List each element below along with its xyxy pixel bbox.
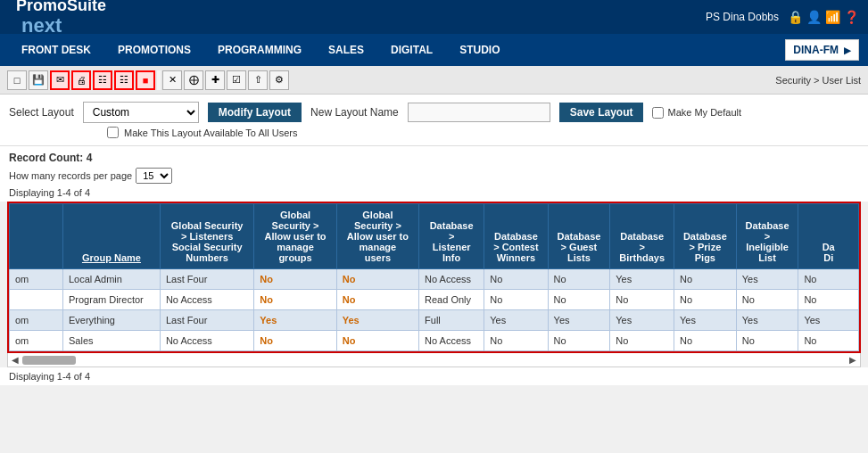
col-header-0 [10,204,63,269]
table-cell-gs_manage_users: No [336,269,418,290]
toolbar-email-icon[interactable]: ✉ [50,70,70,90]
table-cell-db_ineligible_list: Yes [736,269,798,290]
help-icon[interactable]: ❓ [844,10,859,24]
person-icon[interactable]: 👤 [806,10,822,24]
table-cell-db_ineligible_list: No [736,331,798,351]
layout-row2: Make This Layout Available To All Users [9,127,859,138]
nav-sales[interactable]: SALES [316,37,376,63]
nav-digital[interactable]: DIGITAL [378,37,445,63]
table-cell-gs_manage_groups: No [254,269,336,290]
col-header-gs-groups: GlobalSecurity >Allow user tomanagegroup… [254,204,336,269]
table-cell-db_ineligible_list: Yes [736,310,798,331]
table-cell-db_guest_lists: No [548,269,610,290]
table-cell-gs_manage_users: Yes [336,310,418,331]
table-cell-db_listener_info: Full [419,310,484,331]
table-row[interactable]: omEverythingLast FourYesYesFullYesYesYes… [10,310,859,331]
scroll-thumb[interactable] [22,356,76,365]
table-cell-db_listener_info: No Access [419,269,484,290]
scroll-left-icon[interactable]: ◀ [12,355,19,365]
nav-programming[interactable]: PROGRAMMING [205,37,314,63]
signal-icon[interactable]: 📶 [825,10,840,24]
make-default-container: Make My Default [652,107,741,119]
table-cell-db_contest_winners: No [484,331,548,351]
col-header-db-ineligible: Database>IneligibleList [736,204,798,269]
toolbar-gear-icon[interactable]: ⚙ [269,70,289,90]
new-layout-input[interactable] [408,103,550,122]
top-icons: 🔒 👤 📶 ❓ [788,10,859,24]
nav-front-desk[interactable]: FRONT DESK [9,37,103,63]
table-cell-db_contest_winners: Yes [484,310,548,331]
table-cell-gs_listeners_ssn: No Access [160,290,253,310]
toolbar-print-icon[interactable]: 🖨 [71,70,91,90]
table-cell-col0: om [10,310,63,331]
table-cell-db_prize_pigs: Yes [674,310,737,331]
logo-line1: PromoSuite [16,0,106,14]
table-row[interactable]: Program DirectorNo AccessNoNoRead OnlyNo… [10,290,859,310]
toolbar-upload-icon[interactable]: ⇧ [248,70,268,90]
layout-row1: Select Layout Custom Modify Layout New L… [9,102,859,123]
make-default-checkbox[interactable] [652,107,664,119]
table-cell-gs_manage_groups: Yes [254,310,336,331]
toolbar: □ 💾 ✉ 🖨 ☷ ☷ ■ ✕ ⨁ ✚ ☑ ⇧ ⚙ Security > Use… [0,66,868,95]
toolbar-cut-icon[interactable]: ✕ [162,70,182,90]
group-name-sort[interactable]: Group Name [82,252,141,263]
table-body: omLocal AdminLast FourNoNoNo AccessNoNoY… [10,269,859,351]
record-count: Record Count: 4 [9,152,859,164]
table-row[interactable]: omSalesNo AccessNoNoNo AccessNoNoNoNoNoN… [10,331,859,351]
nav-promotions[interactable]: PROMOTIONS [105,37,203,63]
table-header-row: Group Name Global Security> ListenersSoc… [10,204,859,269]
table-row[interactable]: omLocal AdminLast FourNoNoNo AccessNoNoY… [10,269,859,290]
table-cell-gs_manage_users: No [336,290,418,310]
station-selector[interactable]: DINA-FM ▶ [785,39,859,61]
toolbar-chart-icon[interactable]: ☷ [114,70,134,90]
table-cell-db_ineligible_list: No [736,290,798,310]
table-cell-db_guest_lists: No [548,331,610,351]
toolbar-paste-icon[interactable]: ✚ [205,70,225,90]
available-checkbox[interactable] [107,127,119,138]
station-select-button[interactable]: DINA-FM ▶ [785,39,859,61]
record-section: Record Count: 4 How many records per pag… [0,146,868,202]
lock-icon[interactable]: 🔒 [788,10,803,24]
toolbar-red-icon[interactable]: ■ [136,70,155,90]
table-cell-db_contest_winners: No [484,269,548,290]
table-cell-db_di: Yes [798,310,859,331]
toolbar-new-icon[interactable]: □ [7,70,27,90]
table-cell-gs_manage_users: No [336,331,418,351]
toolbar-icons: □ 💾 ✉ 🖨 ☷ ☷ ■ ✕ ⨁ ✚ ☑ ⇧ ⚙ [7,70,289,90]
layout-dropdown[interactable]: Custom [83,102,199,123]
table-cell-col0: om [10,331,63,351]
nav-studio[interactable]: STUDIO [447,37,512,63]
toolbar-check-icon[interactable]: ☑ [227,70,246,90]
logo-line2: next [21,15,106,37]
select-layout-label: Select Layout [9,106,74,119]
table-cell-db_di: No [798,290,859,310]
table-cell-group_name: Program Director [63,290,161,310]
table-cell-group_name: Local Admin [63,269,161,290]
toolbar-list-icon[interactable]: ☷ [93,70,112,90]
table-cell-db_birthdays: Yes [610,310,674,331]
table-cell-db_guest_lists: No [548,290,610,310]
table-cell-group_name: Everything [63,310,161,331]
layout-bar: Select Layout Custom Modify Layout New L… [0,95,868,146]
col-header-group-name[interactable]: Group Name [63,204,161,269]
modify-layout-button[interactable]: Modify Layout [208,103,302,122]
scrollbar-area[interactable]: ◀ ▶ [7,353,861,367]
breadcrumb: Security > User List [775,75,861,86]
col-header-db-di: DaDi [798,204,859,269]
col-header-gs-ssn: Global Security> ListenersSocial Securit… [160,204,253,269]
save-layout-button[interactable]: Save Layout [559,103,644,122]
top-right: PS Dina Dobbs 🔒 👤 📶 ❓ [706,10,859,24]
toolbar-separator [157,70,161,90]
scroll-right-icon[interactable]: ▶ [849,355,856,365]
table-cell-db_guest_lists: Yes [548,310,610,331]
table-cell-db_prize_pigs: No [674,331,737,351]
col-header-db-guest: Database> GuestLists [548,204,610,269]
table-cell-db_contest_winners: No [484,290,548,310]
toolbar-save-icon[interactable]: 💾 [29,70,48,90]
logo: PromoSuite next [9,0,106,37]
table-cell-db_prize_pigs: No [674,269,737,290]
station-name: DINA-FM [793,44,839,56]
per-page-select[interactable]: 15 25 50 [136,168,172,184]
toolbar-copy-icon[interactable]: ⨁ [184,70,203,90]
table-cell-gs_listeners_ssn: No Access [160,331,253,351]
